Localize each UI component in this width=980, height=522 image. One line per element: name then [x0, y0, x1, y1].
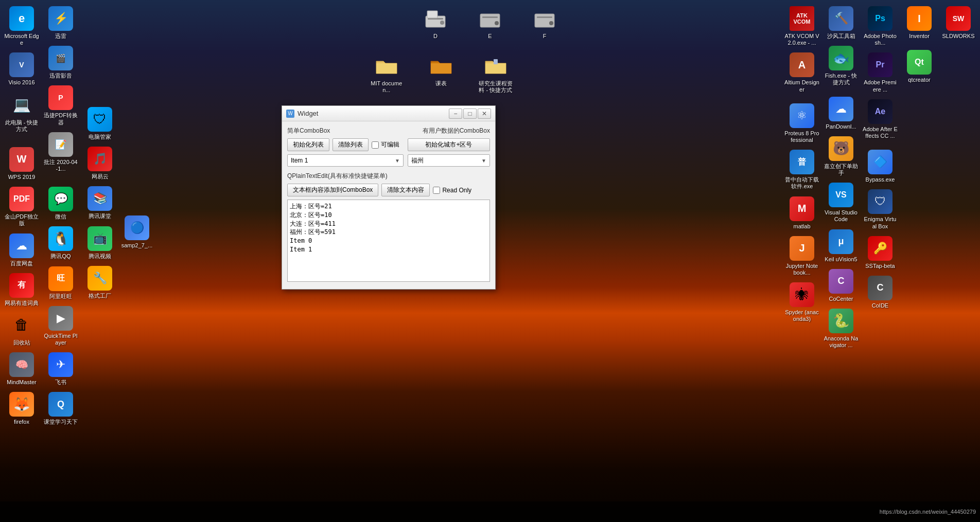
close-button[interactable]: ✕	[478, 109, 491, 119]
svg-rect-3	[427, 11, 437, 18]
desktop-icon-column-1: e Microsoft Edge V Visio 2016 💻 此电脑 - 快捷…	[0, 0, 43, 431]
clear-text-button[interactable]: 清除文本内容	[381, 184, 430, 196]
icon-keil[interactable]: μ Keil uVision5	[821, 227, 861, 265]
icon-wangyi-yun[interactable]: 🎵 网易云	[80, 145, 119, 182]
icon-tengxun-video[interactable]: 📺 腾讯视频	[80, 224, 119, 262]
icon-edge[interactable]: e Microsoft Edge	[2, 4, 41, 48]
clear-list-button[interactable]: 清除列表	[332, 138, 369, 151]
icon-samp[interactable]: 🔵 samp2_7_...	[117, 213, 156, 251]
icon-weixin[interactable]: 💬 微信	[41, 185, 80, 222]
svg-point-9	[549, 21, 553, 25]
icon-diannaogj[interactable]: 🛡 电脑管家	[80, 105, 119, 142]
svg-point-6	[495, 21, 499, 25]
folder-icons-section: MIT documen... 课表 研究生课程资料 - 快捷方式	[367, 51, 515, 96]
window-body: 简单ComboBox 有用户数据的ComboBox 初始化列表 清除列表 可编辑…	[282, 121, 495, 289]
icon-jialichuang[interactable]: 🐻 嘉立创下单助手	[821, 134, 861, 178]
window-controls: − □ ✕	[449, 109, 491, 119]
folder-mit[interactable]: MIT documen...	[367, 51, 406, 96]
icon-fish-exe[interactable]: 🐟 Fish.exe - 快捷方式	[821, 44, 861, 88]
icon-youdao[interactable]: 有 网易有道词典	[2, 271, 41, 309]
icon-visio[interactable]: V Visio 2016	[2, 50, 41, 88]
init-cities-button[interactable]: 初始化城市+区号	[408, 138, 490, 151]
icon-feishu[interactable]: ✈ 飞书	[41, 350, 80, 388]
svg-rect-5	[482, 16, 498, 18]
readonly-checkbox[interactable]: Read Only	[433, 187, 471, 194]
svg-point-2	[440, 21, 444, 25]
folder-ketang[interactable]: 课表	[422, 51, 461, 96]
drive-d[interactable]: D	[416, 4, 455, 42]
icon-this-pc[interactable]: 💻 此电脑 - 快捷方式	[2, 91, 41, 135]
drive-f[interactable]: F	[525, 4, 564, 42]
icon-enigma[interactable]: 🛡 Enigma Virtual Box	[861, 187, 900, 231]
icon-matlab[interactable]: M matlab	[782, 194, 821, 232]
icon-wps[interactable]: W WPS 2019	[2, 145, 41, 183]
icon-proteus[interactable]: ⚛ Proteus 8 Professional	[782, 101, 821, 146]
icon-sldworks[interactable]: SW SLDWORKS	[939, 4, 978, 42]
city-combobox-arrow: ▼	[481, 158, 486, 164]
widget-window: W Widget − □ ✕ 简单ComboBox 有用户数据的ComboBox…	[282, 105, 496, 290]
icon-recycle[interactable]: 🗑 回收站	[2, 311, 41, 348]
user-data-combobox-label: 有用户数据的ComboBox	[423, 127, 490, 135]
maximize-button[interactable]: □	[463, 109, 477, 119]
simple-combobox[interactable]: Item 1 ▼	[287, 154, 404, 167]
icon-alibaba[interactable]: 旺 阿里旺旺	[41, 264, 80, 302]
add-to-combobox-button[interactable]: 文本框内容添加到ComboBox	[287, 184, 378, 196]
icon-adobe-ae[interactable]: Ae Adobe After Effects CC ...	[861, 97, 900, 141]
icon-pandown[interactable]: ☁ PanDownl...	[821, 95, 861, 132]
folder-yanjiu[interactable]: 研究生课程资料 - 快捷方式	[476, 51, 515, 96]
svg-rect-4	[480, 14, 500, 27]
icon-mindmaster[interactable]: 🧠 MindMaster	[2, 350, 41, 388]
icon-geshi[interactable]: 🔧 格式工厂	[80, 264, 119, 301]
right-col-5: ATKVCOM ATK VCOM V2.0.exe - ... A Altium…	[780, 0, 824, 329]
icon-xunpdf[interactable]: P 迅捷PDF转换器	[41, 83, 80, 128]
icon-jinshan-pdf[interactable]: PDF 金山PDF独立版	[2, 185, 41, 229]
icon-baidu-pan[interactable]: ☁ 百度网盘	[2, 231, 41, 269]
window-title-text: Widget	[297, 110, 318, 117]
right-col-4: 🔨 沙风工具箱 🐟 Fish.exe - 快捷方式 ☁ PanDownl... …	[819, 0, 863, 355]
taskbar-url: https://blog.csdn.net/weixin_44450279	[880, 509, 976, 515]
init-list-button[interactable]: 初始化列表	[287, 138, 329, 151]
icon-pizhu[interactable]: 📝 批注 2020-04-1...	[41, 130, 80, 174]
icon-adobe-ps[interactable]: Ps Adobe Photosh...	[861, 4, 900, 48]
drive-icons-section: D E F	[416, 0, 564, 42]
svg-rect-10	[494, 59, 498, 64]
icon-adobe-pr[interactable]: Pr Adobe Premiere ...	[861, 50, 900, 95]
simple-combobox-label: 简单ComboBox	[287, 127, 330, 135]
icon-bypass[interactable]: 🔷 Bypass.exe	[861, 148, 900, 185]
svg-rect-7	[535, 14, 554, 27]
editable-checkbox-input[interactable]	[372, 141, 379, 149]
desktop-icon-column-2: ⚡ 迅雷 🎬 迅雷影音 P 迅捷PDF转换器 📝 批注 2020-04-1...…	[39, 0, 82, 431]
icon-firefox[interactable]: 🦊 firefox	[2, 390, 41, 427]
icon-quicktime[interactable]: ▶ QuickTime Player	[41, 304, 80, 348]
editable-checkbox[interactable]: 可编辑	[372, 140, 399, 149]
right-col-2: I Inventor Qt qtcreator	[898, 0, 941, 89]
icon-qfar[interactable]: Q 课堂学习天下	[41, 390, 80, 427]
icon-tengxun-ke[interactable]: 📚 腾讯课堂	[80, 184, 119, 222]
icon-puzh[interactable]: 普 普中自动下载软件.exe	[782, 148, 821, 192]
icon-shafeng[interactable]: 🔨 沙风工具箱	[821, 4, 861, 42]
right-col-1: SW SLDWORKS	[937, 0, 980, 46]
drive-e[interactable]: E	[470, 4, 510, 42]
icon-jupyter[interactable]: J Jupyter Notebook...	[782, 234, 821, 278]
icon-vs-code[interactable]: VS Visual Studio Code	[821, 181, 861, 225]
readonly-checkbox-input[interactable]	[433, 187, 440, 194]
icon-xunlei[interactable]: ⚡ 迅雷	[41, 4, 80, 42]
right-col-3: Ps Adobe Photosh... Pr Adobe Premiere ..…	[859, 0, 902, 315]
icon-inventor[interactable]: I Inventor	[900, 4, 939, 42]
icon-altium[interactable]: A Altium Designer	[782, 50, 821, 95]
icon-atk-vcom[interactable]: ATKVCOM ATK VCOM V2.0.exe - ...	[782, 4, 821, 48]
icon-qtcreator[interactable]: Qt qtcreator	[900, 48, 939, 85]
minimize-button[interactable]: −	[449, 109, 462, 119]
window-app-icon: W	[286, 110, 294, 118]
icon-qq[interactable]: 🐧 腾讯QQ	[41, 224, 80, 262]
icon-anaconda[interactable]: 🐍 Anaconda Navigator ...	[821, 307, 861, 351]
city-combobox[interactable]: 福州 ▼	[408, 154, 490, 167]
icon-sstap[interactable]: 🔑 SSTap-beta	[861, 234, 900, 272]
icon-spyder[interactable]: 🕷 Spyder (anaconda3)	[782, 280, 821, 325]
icon-coide[interactable]: C CoIDE	[861, 274, 900, 311]
plaintext-edit[interactable]: 上海：区号=21 北京：区号=10 大连：区号=411 福州：区号=591 It…	[287, 200, 490, 282]
icon-cocenter[interactable]: C CoCenter	[821, 267, 861, 304]
combobox-arrow: ▼	[395, 158, 400, 164]
window-titlebar: W Widget − □ ✕	[282, 106, 495, 121]
icon-xunlei-shadow[interactable]: 🎬 迅雷影音	[41, 44, 80, 81]
